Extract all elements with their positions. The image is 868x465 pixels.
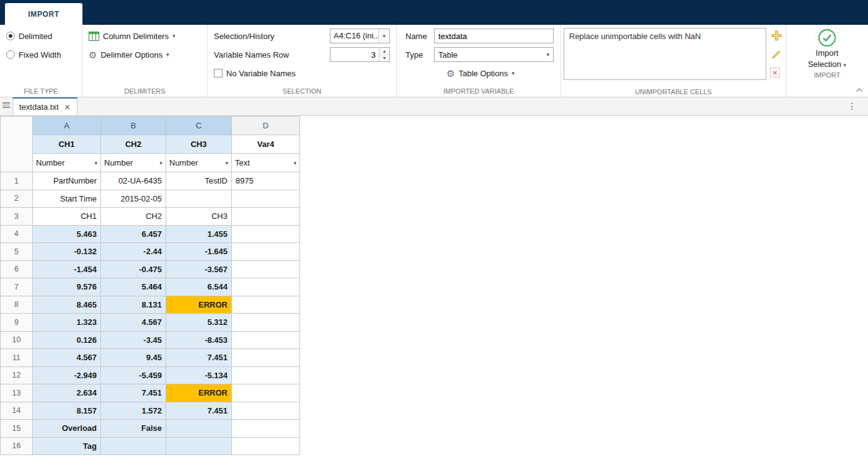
grid-corner[interactable] [1, 117, 33, 172]
cell[interactable]: Tag [33, 437, 101, 455]
table-options-dropdown[interactable]: ⚙ Table Options ▾ [405, 65, 556, 81]
cell[interactable]: 0.126 [33, 331, 101, 349]
type-dropdown[interactable]: Number▾ [166, 154, 232, 172]
cell[interactable]: -8.453 [166, 331, 232, 349]
column-header-D[interactable]: D [232, 117, 300, 135]
document-tab-textdata[interactable]: textdata.txt ✕ [12, 97, 78, 115]
cell[interactable]: 8.157 [33, 402, 101, 420]
selection-history-combobox[interactable]: A4:C16 (ini... ▾ [330, 29, 390, 43]
cell[interactable]: -2.44 [101, 243, 166, 261]
cell[interactable]: 4.567 [101, 314, 166, 332]
radio-checked-icon[interactable] [6, 32, 15, 40]
cell[interactable]: 9.45 [101, 349, 166, 367]
column-delimiters-dropdown[interactable]: Column Delimiters ▾ [89, 28, 202, 44]
cell[interactable] [232, 243, 300, 261]
combo-dropdown-button[interactable]: ▾ [378, 29, 389, 43]
row-number[interactable]: 10 [1, 331, 33, 349]
row-number[interactable]: 7 [1, 278, 33, 296]
cell[interactable]: -1.454 [33, 260, 101, 278]
cell[interactable] [232, 190, 300, 208]
cell[interactable]: CH1 [33, 208, 101, 226]
type-dropdown[interactable]: Number▾ [33, 154, 101, 172]
cell[interactable]: -0.475 [101, 260, 166, 278]
cell[interactable]: 1.323 [33, 314, 101, 332]
cell[interactable]: 9.576 [33, 278, 101, 296]
variable-names-row-input[interactable] [330, 48, 379, 61]
row-number[interactable]: 16 [1, 437, 33, 455]
cell[interactable]: ERROR [166, 384, 232, 402]
cell[interactable]: 8.465 [33, 296, 101, 314]
row-number[interactable]: 6 [1, 260, 33, 278]
cell[interactable] [232, 384, 300, 402]
cell[interactable]: 8975 [232, 172, 300, 190]
close-icon[interactable]: ✕ [64, 104, 71, 111]
cell[interactable] [232, 437, 300, 455]
cell[interactable]: 2.634 [33, 384, 101, 402]
variable-name-cell[interactable]: CH2 [101, 135, 166, 154]
cell[interactable] [232, 225, 300, 243]
cell[interactable]: -5.134 [166, 366, 232, 384]
cell[interactable] [232, 296, 300, 314]
cell[interactable]: 4.567 [33, 349, 101, 367]
delete-rule-button[interactable]: ✕ [770, 68, 780, 78]
unimportable-rules-list[interactable]: Replace unimportable cells with NaN [564, 28, 766, 80]
row-number[interactable]: 1 [1, 172, 33, 190]
radio-unchecked-icon[interactable] [6, 50, 15, 59]
cell[interactable] [232, 366, 300, 384]
row-number[interactable]: 5 [1, 243, 33, 261]
cell[interactable]: 2015-02-05 [101, 190, 166, 208]
column-header-A[interactable]: A [33, 117, 101, 135]
type-dropdown[interactable]: Text▾ [232, 154, 300, 172]
cell[interactable]: 7.451 [166, 349, 232, 367]
variable-name-cell[interactable]: CH1 [33, 135, 101, 154]
row-number[interactable]: 15 [1, 420, 33, 438]
row-number[interactable]: 12 [1, 366, 33, 384]
cell[interactable]: -5.459 [101, 366, 166, 384]
cell[interactable] [166, 190, 232, 208]
checkbox-unchecked-icon[interactable] [214, 69, 223, 78]
type-select[interactable]: Table ▾ [434, 47, 554, 62]
cell[interactable]: 6.457 [101, 225, 166, 243]
cell[interactable]: 6.544 [166, 278, 232, 296]
import-selection-button[interactable]: Import Selection ▾ [786, 25, 868, 70]
cell[interactable] [232, 260, 300, 278]
column-header-B[interactable]: B [101, 117, 166, 135]
cell[interactable] [232, 208, 300, 226]
cell[interactable]: False [101, 420, 166, 438]
cell[interactable]: PartNumber [33, 172, 101, 190]
row-number[interactable]: 3 [1, 208, 33, 226]
spinner-down-button[interactable]: ▼ [379, 55, 389, 62]
variable-name-cell[interactable]: CH3 [166, 135, 232, 154]
cell[interactable]: -1.645 [166, 243, 232, 261]
cell[interactable]: -3.45 [101, 331, 166, 349]
cell[interactable] [232, 420, 300, 438]
cell[interactable]: 5.312 [166, 314, 232, 332]
row-number[interactable]: 13 [1, 384, 33, 402]
cell[interactable]: 5.463 [33, 225, 101, 243]
cell[interactable]: 1.455 [166, 225, 232, 243]
row-number[interactable]: 8 [1, 296, 33, 314]
variable-name-cell[interactable]: Var4 [232, 135, 300, 154]
cell[interactable]: ERROR [166, 296, 232, 314]
cell[interactable] [166, 437, 232, 455]
variable-name-input[interactable] [434, 29, 554, 43]
cell[interactable]: Start Time [33, 190, 101, 208]
row-number[interactable]: 2 [1, 190, 33, 208]
row-number[interactable]: 9 [1, 314, 33, 332]
add-rule-button[interactable] [770, 29, 782, 42]
no-variable-names-checkbox-row[interactable]: No Variable Names [214, 65, 391, 81]
cell[interactable] [232, 314, 300, 332]
cell[interactable]: 7.451 [166, 402, 232, 420]
cell[interactable]: -0.132 [33, 243, 101, 261]
spinner-up-button[interactable]: ▲ [379, 48, 389, 55]
cell[interactable]: 8.131 [101, 296, 166, 314]
cell[interactable]: -2.949 [33, 366, 101, 384]
cell[interactable] [166, 420, 232, 438]
cell[interactable] [232, 331, 300, 349]
collapse-ribbon-button[interactable] [856, 84, 863, 95]
type-dropdown[interactable]: Number▾ [101, 154, 166, 172]
cell[interactable]: 1.572 [101, 402, 166, 420]
cell[interactable]: TestID [166, 172, 232, 190]
cell[interactable] [101, 437, 166, 455]
cell[interactable]: 5.464 [101, 278, 166, 296]
